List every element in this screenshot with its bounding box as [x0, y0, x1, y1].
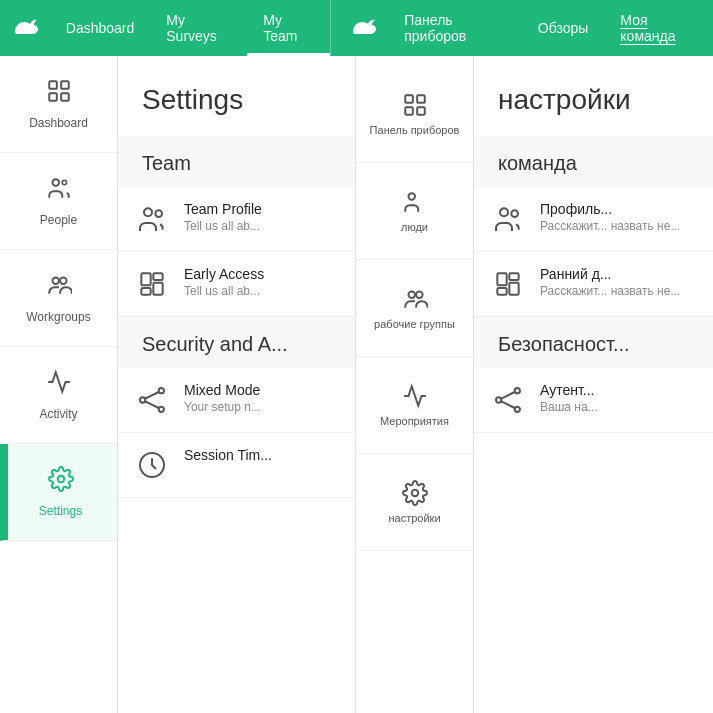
- russian-item-early[interactable]: Ранний д... Расскажит... назвать не...: [474, 252, 713, 317]
- middle-nav-settings[interactable]: настройки: [356, 454, 473, 551]
- nav-obzory[interactable]: Обзоры: [522, 0, 605, 56]
- svg-point-7: [60, 277, 67, 284]
- sidebar-item-dashboard[interactable]: Dashboard: [0, 56, 117, 153]
- middle-nav-activity[interactable]: Мероприятия: [356, 357, 473, 454]
- session-name: Session Tim...: [184, 447, 339, 463]
- russian-profile-text: Профиль... Расскажит... назвать не...: [540, 201, 697, 233]
- svg-rect-31: [497, 273, 506, 285]
- svg-rect-11: [141, 273, 150, 285]
- svg-point-16: [159, 388, 164, 393]
- settings-icon: [48, 466, 74, 498]
- top-navigation: Dashboard My Surveys My Team Панель приб…: [0, 0, 713, 56]
- svg-point-8: [57, 476, 64, 483]
- svg-point-10: [155, 210, 162, 217]
- svg-point-35: [496, 397, 501, 402]
- svg-rect-34: [509, 283, 518, 295]
- svg-point-26: [408, 291, 415, 298]
- team-profile-desc: Tell us all ab...: [184, 219, 339, 233]
- settings-item-session[interactable]: Session Tim...: [118, 433, 355, 498]
- team-section-title: Team: [118, 136, 355, 187]
- left-sidebar: Dashboard People Workgroups Activity Set…: [0, 56, 118, 713]
- early-access-desc: Tell us all ab...: [184, 284, 339, 298]
- early-access-text: Early Access Tell us all ab...: [184, 266, 339, 298]
- svg-line-19: [145, 401, 158, 408]
- russian-title: настройки: [474, 56, 713, 136]
- russian-profile-name: Профиль...: [540, 201, 697, 217]
- sidebar-item-workgroups[interactable]: Workgroups: [0, 250, 117, 347]
- svg-rect-32: [497, 288, 506, 295]
- team-profile-icon: [134, 201, 170, 237]
- svg-rect-21: [405, 95, 413, 103]
- svg-point-5: [62, 180, 66, 184]
- logo2: [338, 12, 388, 44]
- svg-point-15: [140, 397, 145, 402]
- svg-rect-0: [49, 81, 57, 89]
- svg-rect-12: [141, 288, 150, 295]
- russian-early-icon: [490, 266, 526, 302]
- svg-point-6: [52, 277, 59, 284]
- russian-item-auth[interactable]: Аутент... Ваша на...: [474, 368, 713, 433]
- nav-my-team[interactable]: My Team: [247, 0, 329, 56]
- nav-moya-komanda[interactable]: Моя команда: [604, 0, 713, 56]
- sidebar-item-people[interactable]: People: [0, 153, 117, 250]
- svg-line-18: [145, 392, 158, 399]
- activity-icon: [46, 369, 72, 401]
- svg-rect-23: [405, 107, 413, 115]
- svg-point-27: [416, 291, 423, 298]
- russian-auth-name: Аутент...: [540, 382, 697, 398]
- russian-auth-desc: Ваша на...: [540, 400, 697, 414]
- session-icon: [134, 447, 170, 483]
- settings-panel: Settings Team Team Profile Tell us all a…: [118, 56, 356, 713]
- svg-point-17: [159, 407, 164, 412]
- dashboard-icon: [46, 78, 72, 110]
- svg-line-38: [501, 392, 514, 399]
- early-access-icon: [134, 266, 170, 302]
- svg-rect-22: [417, 95, 425, 103]
- middle-nav-dashboard[interactable]: Панель приборов: [356, 66, 473, 163]
- people-icon: [46, 175, 72, 207]
- russian-early-name: Ранний д...: [540, 266, 697, 282]
- svg-line-39: [501, 401, 514, 408]
- middle-nav-people[interactable]: люди: [356, 163, 473, 260]
- logo: [0, 12, 50, 44]
- svg-point-37: [515, 407, 520, 412]
- security-section-title: Security and A...: [118, 317, 355, 368]
- mixed-mode-icon: [134, 382, 170, 418]
- middle-nav-workgroups[interactable]: рабочие группы: [356, 260, 473, 357]
- sidebar-item-settings[interactable]: Settings: [0, 444, 117, 541]
- nav-dashboard[interactable]: Dashboard: [50, 0, 151, 56]
- mixed-mode-name: Mixed Mode: [184, 382, 339, 398]
- svg-point-29: [500, 208, 508, 216]
- svg-rect-24: [417, 107, 425, 115]
- svg-rect-33: [509, 273, 518, 280]
- svg-point-25: [408, 193, 415, 200]
- russian-auth-icon: [490, 382, 526, 418]
- early-access-name: Early Access: [184, 266, 339, 282]
- russian-early-text: Ранний д... Расскажит... назвать не...: [540, 266, 697, 298]
- nav-divider: [330, 0, 331, 56]
- svg-point-36: [515, 388, 520, 393]
- workgroups-icon: [46, 272, 72, 304]
- nav-my-surveys[interactable]: My Surveys: [150, 0, 247, 56]
- russian-early-desc: Расскажит... назвать не...: [540, 284, 697, 298]
- russian-item-profile[interactable]: Профиль... Расскажит... назвать не...: [474, 187, 713, 252]
- settings-item-team-profile[interactable]: Team Profile Tell us all ab...: [118, 187, 355, 252]
- svg-point-9: [144, 208, 152, 216]
- session-text: Session Tim...: [184, 447, 339, 463]
- russian-team-section: команда: [474, 136, 713, 187]
- russian-panel: настройки команда Профиль... Расскажит..…: [474, 56, 713, 713]
- mixed-mode-desc: Your setup n...: [184, 400, 339, 414]
- mixed-mode-text: Mixed Mode Your setup n...: [184, 382, 339, 414]
- russian-profile-icon: [490, 201, 526, 237]
- russian-profile-desc: Расскажит... назвать не...: [540, 219, 697, 233]
- sidebar-item-activity[interactable]: Activity: [0, 347, 117, 444]
- svg-point-28: [411, 490, 418, 497]
- settings-item-early-access[interactable]: Early Access Tell us all ab...: [118, 252, 355, 317]
- middle-icon-nav: Панель приборов люди рабочие группы Меро…: [356, 56, 474, 713]
- svg-point-30: [511, 210, 518, 217]
- team-profile-text: Team Profile Tell us all ab...: [184, 201, 339, 233]
- nav-panel[interactable]: Панель приборов: [388, 0, 522, 56]
- svg-rect-2: [49, 93, 57, 101]
- svg-rect-14: [153, 283, 162, 295]
- settings-item-mixed-mode[interactable]: Mixed Mode Your setup n...: [118, 368, 355, 433]
